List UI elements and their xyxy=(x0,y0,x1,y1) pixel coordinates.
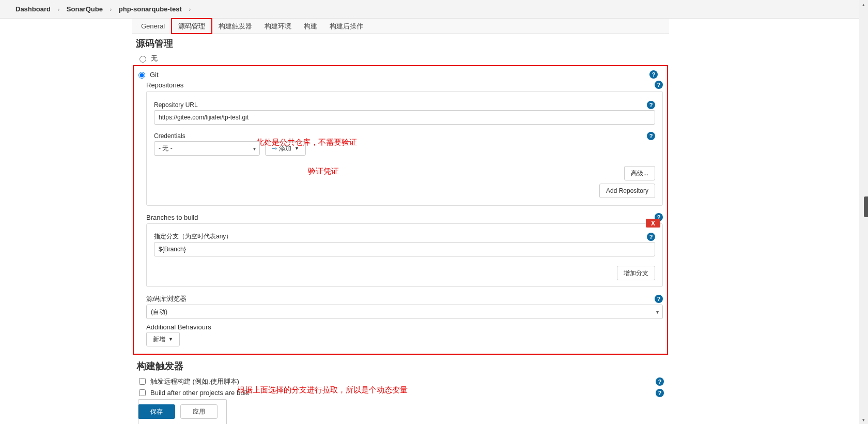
help-icon[interactable]: ? xyxy=(647,233,655,241)
help-icon[interactable]: ? xyxy=(647,101,655,109)
chevron-right-icon: › xyxy=(58,6,60,12)
annotation-dynamic: 根据上面选择的分支进行拉取，所以是个动态变量 xyxy=(237,385,408,395)
breadcrumb-project[interactable]: php-sonarqube-test xyxy=(119,5,182,13)
repositories-label: Repositories xyxy=(146,81,183,89)
repo-browser-label: 源码库浏览器 xyxy=(146,294,187,304)
branch-spec-label: 指定分支（为空时代表any） xyxy=(154,232,232,241)
annotation-public-repo: 此处是公共仓库，不需要验证 xyxy=(256,138,357,147)
tab-triggers[interactable]: 构建触发器 xyxy=(212,19,258,34)
checkbox-trigger-remote-label[interactable]: 触发远程构建 (例如,使用脚本) xyxy=(150,377,239,386)
breadcrumb-dashboard[interactable]: Dashboard xyxy=(16,5,51,13)
checkbox-trigger-after-label[interactable]: Build after other projects are built xyxy=(150,389,249,397)
bottom-action-bar: 保存 应用 xyxy=(132,399,669,424)
credentials-label: Credentials xyxy=(154,132,185,140)
apply-button[interactable]: 应用 xyxy=(180,404,218,419)
additional-add-button[interactable]: 新增 ▼ xyxy=(146,332,180,346)
checkbox-trigger-after[interactable] xyxy=(139,389,146,396)
branch-spec-input[interactable] xyxy=(154,242,655,256)
repo-browser-select[interactable]: (自动) xyxy=(146,305,663,319)
help-icon[interactable]: ? xyxy=(656,389,664,397)
delete-branch-button[interactable]: X xyxy=(646,219,660,228)
save-button[interactable]: 保存 xyxy=(138,404,175,419)
section-title-scm: 源码管理 xyxy=(136,37,665,50)
help-icon[interactable]: ? xyxy=(655,295,663,303)
advanced-button[interactable]: 高级... xyxy=(624,166,655,180)
help-icon[interactable]: ? xyxy=(649,70,658,79)
chevron-right-icon: › xyxy=(189,6,191,12)
tab-post[interactable]: 构建后操作 xyxy=(323,19,369,34)
config-tabs: General 源码管理 构建触发器 构建环境 构建 构建后操作 xyxy=(132,19,669,34)
annotation-verify: 验证凭证 xyxy=(308,166,339,176)
git-config-block: Git ? Repositories ? 此处是公共仓库，不需要验证 验证凭证 … xyxy=(133,65,668,355)
help-icon[interactable]: ? xyxy=(656,377,664,386)
checkbox-trigger-remote[interactable] xyxy=(139,378,146,385)
credentials-select[interactable]: - 无 - xyxy=(154,141,260,156)
additional-add-button-label: 新增 xyxy=(153,335,165,344)
caret-down-icon: ▼ xyxy=(168,337,173,342)
branches-label: Branches to build xyxy=(146,214,198,221)
chevron-right-icon: › xyxy=(110,6,112,12)
add-branch-button[interactable]: 增加分支 xyxy=(617,266,655,280)
side-feedback-tab[interactable] xyxy=(864,196,868,217)
radio-scm-git[interactable] xyxy=(138,72,145,79)
radio-scm-none-label[interactable]: 无 xyxy=(151,54,158,63)
help-icon[interactable]: ? xyxy=(647,132,655,140)
tab-general[interactable]: General xyxy=(135,19,171,34)
help-icon[interactable]: ? xyxy=(655,81,663,89)
radio-scm-none[interactable] xyxy=(140,56,146,63)
repo-url-label: Repository URL xyxy=(154,101,198,109)
scroll-down-icon[interactable]: ▾ xyxy=(859,415,868,424)
section-title-triggers: 构建触发器 xyxy=(137,360,664,372)
breadcrumb-sonarqube[interactable]: SonarQube xyxy=(67,5,103,13)
additional-behaviours-label: Additional Behaviours xyxy=(146,323,211,331)
repo-url-input[interactable] xyxy=(154,110,655,125)
tab-build[interactable]: 构建 xyxy=(298,19,323,34)
add-repository-button[interactable]: Add Repository xyxy=(599,184,655,198)
breadcrumb-bar: Dashboard › SonarQube › php-sonarqube-te… xyxy=(0,0,868,19)
radio-scm-git-label[interactable]: Git xyxy=(150,71,159,79)
tab-scm[interactable]: 源码管理 xyxy=(171,18,212,34)
branch-panel: X 根据上面选择的分支进行拉取，所以是个动态变量 指定分支（为空时代表any） … xyxy=(146,223,663,287)
tab-env[interactable]: 构建环境 xyxy=(258,19,298,34)
repository-panel: 此处是公共仓库，不需要验证 验证凭证 Repository URL ? Cred… xyxy=(146,91,663,206)
scroll-up-icon[interactable]: ▴ xyxy=(859,0,868,9)
